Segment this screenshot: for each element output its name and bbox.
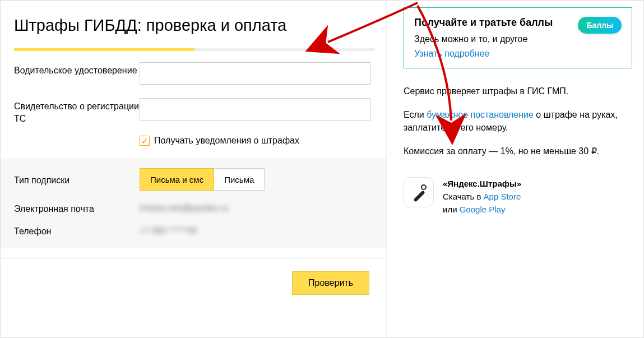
subscription-label: Тип подписки: [14, 172, 140, 187]
info-gis: Сервис проверяет штрафы в ГИС ГМП.: [404, 85, 632, 98]
notify-checkbox[interactable]: ✓: [140, 136, 150, 146]
license-input[interactable]: [140, 62, 370, 85]
subscription-toggle: Письма и смс Письма: [140, 168, 265, 191]
svg-rect-0: [413, 190, 425, 202]
googleplay-link[interactable]: Google Play: [460, 205, 506, 214]
info-paper: Если бумажное постановление о штрафе на …: [404, 109, 632, 134]
subscription-option-email[interactable]: Письма: [214, 168, 265, 191]
subscription-option-email-sms[interactable]: Письма и смс: [140, 168, 214, 191]
info-paper-prefix: Если: [404, 110, 427, 119]
check-button[interactable]: Проверить: [292, 271, 369, 295]
promo-box: Получайте и тратьте баллы Здесь можно и …: [404, 7, 632, 68]
divider: [1, 258, 386, 259]
license-label: Водительское удостоверение: [14, 62, 140, 77]
registration-input[interactable]: [140, 98, 370, 121]
svg-point-1: [421, 185, 426, 189]
appstore-link[interactable]: App Store: [484, 192, 521, 201]
page-title: Штрафы ГИБДД: проверка и оплата: [14, 16, 375, 35]
progress-bar: [14, 48, 375, 51]
check-icon: ✓: [141, 137, 149, 145]
phone-label: Телефон: [14, 223, 140, 238]
app-icon: [404, 177, 434, 207]
promo-link[interactable]: Узнать подробнее: [414, 49, 622, 59]
wand-icon: [409, 183, 428, 202]
app-name: «Яндекс.Штрафы»: [443, 177, 521, 190]
progress-fill: [14, 48, 194, 51]
email-label: Электронная почта: [14, 201, 140, 215]
download-prefix: Скачать в: [443, 192, 484, 201]
points-badge[interactable]: Баллы: [578, 17, 622, 34]
promo-text: Здесь можно и то, и другое: [414, 34, 622, 44]
email-value: Kristini.mint@yandex.ru: [140, 203, 229, 212]
registration-label: Свидетельство о регистрации ТС: [14, 98, 140, 124]
download-or: или: [443, 205, 460, 214]
info-commission: Комиссия за оплату — 1%, но не меньше 30…: [404, 145, 632, 158]
paper-order-link[interactable]: бумажное постановление: [427, 110, 534, 119]
phone-value: +7 968 ******09: [140, 225, 197, 235]
notify-label: Получать уведомления о штрафах: [154, 136, 299, 146]
